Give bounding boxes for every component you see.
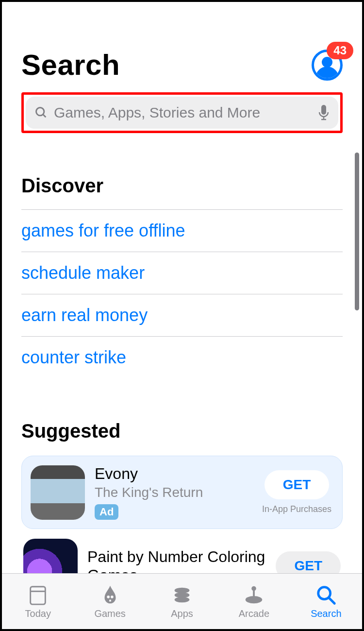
games-icon (99, 584, 121, 606)
svg-rect-2 (321, 105, 326, 115)
tab-label: Today (25, 608, 51, 619)
svg-point-7 (107, 595, 110, 598)
tab-label: Search (311, 608, 341, 619)
tab-arcade[interactable]: Arcade (218, 574, 290, 629)
tab-games[interactable]: Games (74, 574, 146, 629)
arcade-icon (243, 584, 265, 606)
in-app-purchases-label: In-App Purchases (262, 504, 331, 514)
today-icon (27, 584, 49, 606)
svg-rect-9 (109, 599, 111, 601)
svg-point-15 (246, 596, 263, 603)
search-input[interactable]: Games, Apps, Stories and More (26, 97, 338, 129)
search-highlight-frame: Games, Apps, Stories and More (21, 92, 343, 133)
suggested-app-card[interactable]: Evony The King's Return Ad GET In-App Pu… (21, 456, 343, 529)
apps-icon (171, 584, 193, 606)
tab-apps[interactable]: Apps (146, 574, 218, 629)
app-subtitle: The King's Return (95, 485, 262, 500)
ad-badge: Ad (95, 504, 118, 520)
scroll-indicator[interactable] (355, 153, 359, 310)
suggested-app-row[interactable]: Paint by Number Coloring Games GET (21, 539, 343, 573)
page-title: Search (21, 48, 120, 82)
discover-item[interactable]: earn real money (21, 294, 343, 336)
search-icon (34, 106, 48, 119)
tab-label: Apps (171, 608, 193, 619)
svg-point-8 (111, 595, 114, 598)
account-button[interactable]: 43 (312, 50, 343, 81)
tab-label: Arcade (239, 608, 269, 619)
tab-bar: Today Games Apps Arcade Search (2, 573, 362, 629)
suggested-heading: Suggested (21, 420, 343, 442)
app-icon (23, 539, 78, 573)
get-button[interactable]: GET (276, 551, 341, 573)
app-icon (31, 465, 85, 520)
app-name: Paint by Number Coloring Games (87, 547, 276, 573)
tab-label: Games (94, 608, 125, 619)
discover-heading: Discover (21, 175, 343, 197)
app-name: Evony (95, 465, 262, 483)
svg-point-12 (175, 597, 190, 602)
svg-line-17 (329, 597, 335, 603)
search-placeholder: Games, Apps, Stories and More (54, 104, 318, 121)
tab-search[interactable]: Search (290, 574, 362, 629)
svg-line-1 (43, 115, 46, 118)
discover-item[interactable]: games for free offline (21, 210, 343, 252)
svg-point-0 (36, 108, 44, 116)
search-icon (315, 584, 337, 606)
notification-badge: 43 (327, 42, 353, 59)
tab-today[interactable]: Today (2, 574, 74, 629)
discover-item[interactable]: schedule maker (21, 252, 343, 294)
svg-rect-14 (253, 590, 255, 596)
discover-item[interactable]: counter strike (21, 337, 343, 378)
get-button[interactable]: GET (265, 470, 330, 499)
svg-rect-5 (31, 586, 46, 604)
microphone-icon[interactable] (318, 105, 330, 120)
